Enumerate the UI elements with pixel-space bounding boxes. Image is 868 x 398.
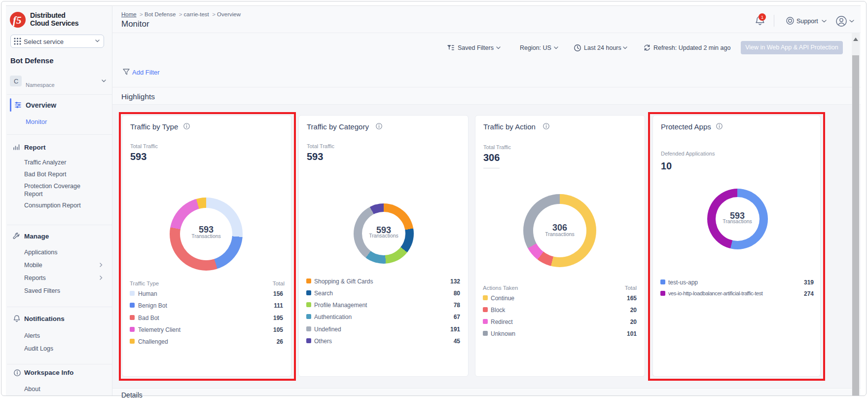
svg-text:f5: f5 — [13, 14, 22, 26]
